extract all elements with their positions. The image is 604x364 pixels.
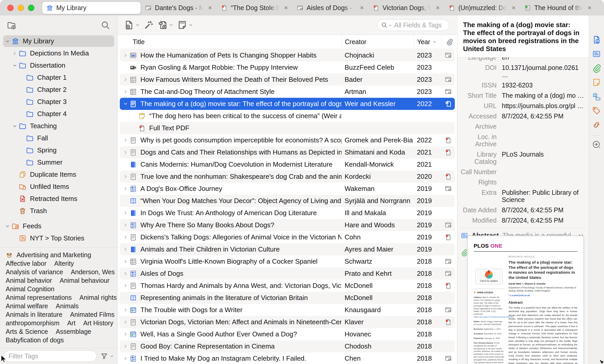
twisty-icon[interactable] [122, 331, 129, 338]
close-tab-button[interactable] [511, 5, 516, 11]
field-value[interactable]: https://journals.plos.org/pl … [502, 102, 589, 109]
collection-row[interactable]: Trash [0, 205, 117, 217]
document-tab[interactable]: “The Dog Stole the P [217, 2, 292, 14]
tag[interactable]: Animal Cognition [6, 285, 54, 293]
twisty-icon[interactable] [11, 62, 19, 69]
twisty-icon[interactable] [122, 137, 129, 144]
field-value[interactable] [502, 168, 589, 175]
chevron-down-icon[interactable] [388, 23, 392, 27]
add-by-identifier-button[interactable] [144, 20, 154, 30]
twisty-icon[interactable] [122, 355, 129, 362]
tag[interactable]: Affective labor [6, 260, 46, 267]
item-row[interactable]: “The dog hero has been critical to the s… [120, 110, 455, 122]
tag[interactable]: Anderson, Wes [71, 268, 115, 276]
item-row[interactable]: A Dog's Box-Office JourneyWakeman2019 [120, 183, 455, 195]
document-tab[interactable]: (Un)muzzled: Dogs i [444, 2, 520, 14]
field-value[interactable]: 8/7/2024, 6:42:55 PM [502, 112, 589, 120]
twisty-icon[interactable] [122, 210, 129, 216]
twisty-icon[interactable] [11, 50, 19, 57]
twisty-icon[interactable] [122, 149, 129, 156]
sidenav-locate-button[interactable] [592, 140, 601, 149]
add-attachment-button[interactable] [157, 20, 173, 30]
tag[interactable]: Assemblage [56, 328, 91, 335]
minimize-window-button[interactable] [18, 5, 24, 11]
sidenav-related-button[interactable] [592, 120, 601, 130]
close-tab-button[interactable] [435, 5, 441, 11]
item-row[interactable]: Why Are There So Many Books About Dogs?H… [120, 219, 455, 231]
twisty-icon[interactable] [11, 123, 19, 130]
close-tab-button[interactable] [359, 5, 365, 11]
new-collection-button[interactable] [7, 20, 17, 30]
collection-row[interactable]: Retracted Items [0, 193, 117, 205]
twisty-icon[interactable] [122, 282, 129, 289]
collection-row[interactable]: Dissertation [0, 59, 117, 71]
tag[interactable]: Alterity [54, 260, 74, 267]
item-row[interactable]: How Famous Writers Mourned the Death of … [120, 74, 455, 86]
item-row[interactable]: The Trouble with Dogs for a WriterKnausg… [120, 304, 455, 316]
close-tab-button[interactable] [283, 5, 289, 11]
attachment-preview[interactable]: PLOS ONE Check for updates OPEN ACCESS C… [467, 236, 584, 364]
field-value[interactable] [502, 133, 589, 148]
collection-row[interactable]: Duplicate Items [0, 168, 117, 181]
sidenav-notes-button[interactable] [592, 78, 601, 87]
collection-row[interactable]: Spring [0, 144, 117, 156]
close-window-button[interactable] [7, 5, 14, 11]
twisty-icon[interactable] [122, 76, 129, 83]
document-tab[interactable]: Dante's Dogs - Mang [141, 2, 217, 14]
field-value[interactable]: 8/7/2024, 6:42:55 PM [502, 206, 589, 214]
close-tab-button[interactable] [207, 5, 213, 11]
tag[interactable]: Art History [83, 319, 113, 327]
twisty-icon[interactable] [122, 88, 129, 95]
column-header-creator[interactable]: Creator [341, 35, 414, 49]
item-row[interactable]: Well, Has a Single Good Author Ever Owne… [120, 328, 455, 340]
twisty-icon[interactable] [122, 307, 129, 313]
new-item-button[interactable] [124, 20, 140, 30]
sidenav-abstract-button[interactable] [592, 49, 601, 59]
search-icon[interactable] [381, 22, 388, 28]
close-tab-button[interactable] [587, 5, 592, 11]
search-input[interactable] [394, 21, 445, 29]
item-row[interactable]: “When Your Dog Matches Your Decor”: Obje… [120, 195, 455, 207]
tab-overflow-button[interactable] [602, 3, 604, 12]
item-row[interactable]: I Tried to Make My Dog an Instagram Cele… [120, 352, 455, 364]
collection-row[interactable]: Summer [0, 156, 117, 168]
item-row[interactable]: Aisles of DogsPrato and Kehrt2018 [120, 268, 455, 280]
twisty-icon[interactable] [122, 343, 129, 350]
item-row[interactable]: Thomas Hardy and Animals by Anna West, a… [120, 280, 455, 292]
tag[interactable]: Advertising and Marketing [17, 251, 91, 259]
field-value[interactable]: The making of a (dog) mo … [502, 92, 589, 99]
item-row[interactable]: Dogs and Cats and Their Relationships wi… [120, 146, 455, 158]
field-value[interactable]: PLoS Journals [502, 151, 589, 165]
tag[interactable]: Animals in literature [6, 311, 62, 318]
collection-row[interactable]: Teaching [0, 120, 117, 132]
twisty-icon[interactable] [122, 246, 129, 253]
document-tab[interactable]: The Hound of the Ba [520, 2, 596, 14]
tag[interactable]: Art [67, 319, 75, 327]
twisty-icon[interactable] [122, 185, 129, 192]
tag[interactable]: Animals [56, 302, 79, 310]
column-header-year[interactable]: Year [414, 35, 442, 49]
new-note-button[interactable] [177, 20, 193, 30]
collection-row[interactable]: My Library [0, 35, 117, 47]
tag[interactable]: Animal representations [6, 294, 72, 301]
field-value[interactable]: 8/7/2024, 6:42:55 PM [502, 217, 589, 224]
field-value[interactable] [502, 123, 589, 130]
sidenav-info-button[interactable] [592, 35, 601, 44]
twisty-icon[interactable] [4, 223, 11, 230]
tag[interactable]: Animal behavior [6, 277, 52, 284]
tag[interactable]: Animated Films [70, 311, 115, 318]
item-row[interactable]: Victorian Dogs, Victorian Men: Affect an… [120, 316, 455, 328]
field-value[interactable]: 10.1371/journal.pone.0261 … [502, 64, 589, 78]
sidenav-tags-button[interactable] [592, 106, 601, 115]
column-header-attachment[interactable] [442, 35, 457, 49]
tag[interactable]: Babyfication of dogs [6, 336, 64, 344]
maximize-window-button[interactable] [28, 5, 34, 11]
collection-row[interactable]: Fall [0, 132, 117, 144]
field-value[interactable]: 1932-6203 [502, 82, 589, 89]
sidenav-attachments-button[interactable] [592, 63, 601, 73]
item-row[interactable]: Good Boy: Canine Representation in Cinem… [120, 340, 455, 352]
sidenav-libraries-collections-button[interactable] [592, 92, 601, 101]
collection-row[interactable]: Chapter 1 [0, 71, 117, 84]
collection-row[interactable]: NYT > Top Stories [0, 232, 117, 244]
item-row[interactable]: Why is pet goods consumption imperceptib… [120, 134, 455, 146]
